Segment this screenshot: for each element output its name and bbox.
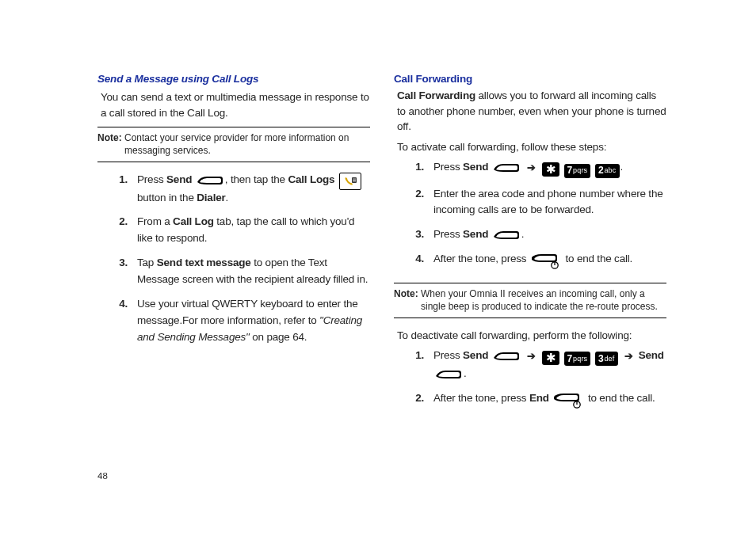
note-body: Contact your service provider for more i… [124, 131, 370, 157]
arrow-icon: ➔ [624, 348, 632, 364]
steps-left: 1. Press Send , then tap the Call Logs b… [109, 172, 370, 346]
text: . [620, 161, 624, 173]
left-column: Send a Message using Call Logs You can s… [97, 73, 370, 422]
steps-deactivate: 1. Press Send ➔ ✱ 7pqrs 3def ➔ Send . 2.… [405, 348, 666, 414]
step-num: 3. [405, 226, 424, 243]
key-3-icon: 3def [595, 352, 618, 366]
text: to end the call. [588, 392, 655, 404]
text: button in the [137, 192, 197, 203]
end-key-icon [553, 391, 583, 414]
text: Enter the area code and phone number whe… [432, 186, 666, 219]
arrow-icon: ➔ [527, 348, 535, 364]
step-d1: 1. Press Send ➔ ✱ 7pqrs 3def ➔ Send . [405, 348, 666, 382]
call-logs-icon [339, 173, 361, 190]
intro-left: You can send a text or multimedia messag… [101, 89, 370, 120]
send-key-icon [493, 229, 520, 240]
bold: Send [463, 228, 488, 240]
note-body: When your Omnia II receives an incoming … [421, 287, 666, 313]
activate-lead: To activate call forwarding, follow thes… [397, 139, 666, 155]
step-num: 2. [405, 186, 424, 219]
step-num: 1. [109, 172, 128, 207]
end-key-icon [531, 252, 561, 275]
step-a4: 4. After the tone, press to end the call… [405, 251, 666, 275]
step-num: 1. [405, 159, 424, 177]
heading-call-forwarding: Call Forwarding [394, 73, 666, 85]
note-right: Note: When your Omnia II receives an inc… [394, 283, 666, 318]
bold: Call Log [173, 215, 214, 227]
step-num: 2. [405, 390, 424, 414]
step-3: 3. Tap Send text message to open the Tex… [109, 255, 370, 288]
page-number: 48 [97, 471, 108, 481]
right-column: Call Forwarding Call Forwarding allows y… [394, 73, 666, 422]
step-num: 4. [109, 296, 128, 346]
send-key-icon [435, 368, 462, 379]
text: Press [433, 228, 463, 240]
key-2-icon: 2abc [595, 164, 620, 178]
intro-right: Call Forwarding allows you to forward al… [397, 88, 666, 135]
key-letters: def [604, 354, 614, 365]
step-a1: 1. Press Send ➔ ✱ 7pqrs 2abc. [405, 159, 666, 177]
text: to end the call. [565, 253, 632, 264]
text: . [521, 228, 525, 240]
star-key-icon: ✱ [542, 162, 559, 177]
bold: Call Logs [288, 173, 334, 185]
text: Tap [137, 257, 157, 268]
text: After the tone, press [433, 392, 529, 404]
key-num: 3 [598, 352, 604, 367]
note-label: Note: [394, 287, 421, 313]
step-4: 4. Use your virtual QWERTY keyboard to e… [109, 296, 370, 346]
step-2: 2. From a Call Log tab, tap the call to … [109, 214, 370, 247]
bold: End [529, 392, 549, 404]
key-num: 7 [567, 352, 573, 367]
send-key-icon [493, 350, 520, 361]
send-key-icon [197, 174, 223, 185]
key-letters: pqrs [573, 165, 587, 177]
step-num: 4. [405, 251, 424, 275]
step-a2: 2. Enter the area code and phone number … [405, 186, 666, 219]
heading-send-message: Send a Message using Call Logs [97, 73, 370, 85]
key-num: 2 [598, 163, 604, 178]
step-num: 2. [109, 214, 128, 247]
deactivate-lead: To deactivate call forwarding, perform t… [397, 328, 666, 344]
text: Press [433, 349, 463, 361]
send-key-icon [493, 162, 520, 173]
text: Press [137, 173, 166, 185]
text: on page 64. [252, 331, 307, 343]
text: From a [137, 215, 173, 227]
text: Press [433, 161, 463, 173]
bold: Send text message [157, 257, 251, 268]
steps-activate: 1. Press Send ➔ ✱ 7pqrs 2abc. 2. Enter t… [405, 159, 666, 275]
key-letters: abc [604, 165, 616, 177]
text: , then tap the [225, 173, 288, 185]
bold: Send [639, 349, 664, 361]
note-left: Note: Contact your service provider for … [97, 127, 370, 162]
bold: Send [463, 349, 488, 361]
step-a3: 3. Press Send . [405, 226, 666, 243]
step-d2: 2. After the tone, press End to end the … [405, 390, 666, 414]
step-1: 1. Press Send , then tap the Call Logs b… [109, 172, 370, 207]
key-num: 7 [567, 163, 573, 178]
bold: Send [463, 161, 488, 173]
text: After the tone, press [433, 253, 529, 264]
text: . [226, 192, 229, 203]
arrow-icon: ➔ [527, 160, 535, 176]
bold: Dialer [197, 192, 225, 203]
bold: Call Forwarding [397, 89, 475, 101]
text: . [464, 367, 467, 379]
page-content: Send a Message using Call Logs You can s… [97, 73, 666, 422]
key-7-icon: 7pqrs [564, 164, 591, 178]
bold: Send [166, 173, 192, 185]
star-key-icon: ✱ [542, 351, 559, 365]
step-num: 1. [405, 348, 424, 382]
note-label: Note: [97, 131, 124, 157]
key-7-icon: 7pqrs [564, 352, 591, 366]
key-letters: pqrs [573, 354, 587, 365]
step-num: 3. [109, 255, 128, 288]
